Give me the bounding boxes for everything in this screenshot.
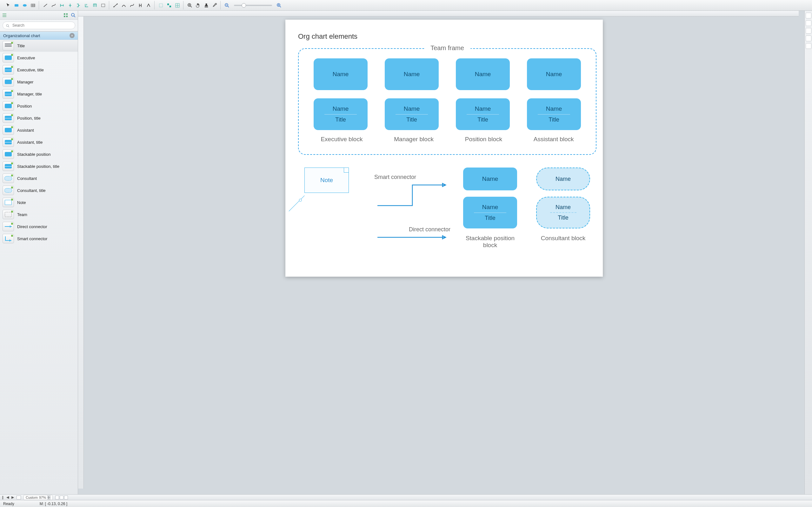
right-panel-button[interactable] xyxy=(806,36,811,41)
right-panel-button[interactable] xyxy=(806,43,811,49)
block-name: Name xyxy=(546,71,562,78)
right-panel-button[interactable] xyxy=(806,13,811,18)
prev-page-icon[interactable]: ◀ xyxy=(6,495,9,499)
tree-h-icon[interactable] xyxy=(58,2,66,9)
zoom-value: 97% xyxy=(39,496,46,499)
stencil-thumb-icon xyxy=(3,113,14,123)
branch2-icon[interactable] xyxy=(83,2,91,9)
zoom-prefix: Custom xyxy=(26,496,38,499)
stencil-item[interactable]: Consultant, title xyxy=(0,184,78,196)
view-mode-pager[interactable] xyxy=(55,496,68,499)
line-tool-icon[interactable] xyxy=(42,2,49,9)
zoom-readout[interactable]: Custom 97% ▴▾ xyxy=(23,495,53,500)
block-name: Name xyxy=(333,105,349,112)
stencil-item-label: Manager, title xyxy=(17,92,42,97)
right-panel-button[interactable] xyxy=(806,20,811,26)
zoom-in-icon[interactable] xyxy=(186,2,194,9)
pause-icon[interactable]: ‖ xyxy=(2,495,4,499)
stamp-tool-icon[interactable] xyxy=(203,2,210,9)
assistant-title-block[interactable]: NameTitle xyxy=(527,98,581,130)
connector4-icon[interactable] xyxy=(137,2,144,9)
stackable-title-block[interactable]: NameTitle xyxy=(463,197,517,228)
svg-rect-17 xyxy=(66,15,68,17)
stencil-item[interactable]: Direct connector xyxy=(0,221,78,233)
assistant-block[interactable]: Name xyxy=(527,58,581,90)
note-shape[interactable]: Note xyxy=(305,168,349,193)
table-shape-icon[interactable] xyxy=(29,2,37,9)
svg-rect-14 xyxy=(64,13,65,15)
tree-v-icon[interactable] xyxy=(66,2,74,9)
stencil-item-label: Consultant xyxy=(17,176,37,181)
manager-block[interactable]: Name xyxy=(385,58,439,90)
pointer-tool-icon[interactable] xyxy=(4,2,12,9)
stencil-item[interactable]: Manager, title xyxy=(0,88,78,100)
next-page-icon[interactable]: ▶ xyxy=(11,495,14,499)
layout1-icon[interactable] xyxy=(157,2,165,9)
zoom-out-button-icon[interactable] xyxy=(223,2,231,9)
pan-tool-icon[interactable] xyxy=(194,2,202,9)
stencil-item[interactable]: Note xyxy=(0,196,78,209)
note-tail xyxy=(289,195,320,227)
connector3-icon[interactable] xyxy=(128,2,136,9)
rect-shape-icon[interactable] xyxy=(13,2,20,9)
zoom-in-button-icon[interactable] xyxy=(275,2,283,9)
stencil-item[interactable]: Consultant xyxy=(0,172,78,184)
stencil-item[interactable]: Assistant xyxy=(0,124,78,136)
stencil-item[interactable]: Assistant, title xyxy=(0,136,78,148)
canvas-area[interactable]: Org chart elements Team frame Name Name … xyxy=(78,11,804,494)
block-title: Title xyxy=(406,116,417,123)
connector1-icon[interactable] xyxy=(112,2,119,9)
branch-icon[interactable] xyxy=(74,2,82,9)
text-tool-icon[interactable] xyxy=(99,2,107,9)
stencil-item[interactable]: Team xyxy=(0,209,78,221)
close-icon[interactable]: × xyxy=(69,33,74,38)
stencil-item-label: Position xyxy=(17,104,32,109)
stencil-thumb-icon xyxy=(3,210,14,219)
layout3-icon[interactable] xyxy=(174,2,181,9)
position-block[interactable]: Name xyxy=(456,58,510,90)
executive-title-block[interactable]: NameTitle xyxy=(314,98,368,130)
stackable-block[interactable]: Name xyxy=(463,168,517,190)
curve-tool-icon[interactable] xyxy=(50,2,57,9)
stencil-item[interactable]: Position, title xyxy=(0,112,78,124)
page[interactable]: Org chart elements Team frame Name Name … xyxy=(285,20,603,277)
zoom-slider[interactable] xyxy=(234,5,272,6)
stencil-thumb-icon xyxy=(3,222,14,231)
mouse-coords: [ -0.13, 0.26 ] xyxy=(45,502,67,506)
position-title-block[interactable]: NameTitle xyxy=(456,98,510,130)
consultant-title-block[interactable]: NameTitle xyxy=(536,197,590,228)
stencil-item[interactable]: Smart connector xyxy=(0,233,78,245)
block-name: Name xyxy=(482,175,498,182)
executive-block[interactable]: Name xyxy=(314,58,368,90)
sidebar-tree-icon[interactable] xyxy=(1,12,8,18)
page-thumb[interactable] xyxy=(16,496,21,499)
sidebar-search-tab-icon[interactable] xyxy=(70,12,76,18)
stencil-item[interactable]: Stackable position, title xyxy=(0,160,78,172)
stencil-thumb-icon xyxy=(3,77,14,87)
ellipse-shape-icon[interactable] xyxy=(21,2,29,9)
stencil-item[interactable]: Position xyxy=(0,100,78,112)
branch3-icon[interactable] xyxy=(91,2,99,9)
svg-rect-11 xyxy=(205,6,208,7)
stencil-section-header[interactable]: Organizational chart × xyxy=(0,32,78,40)
right-panel-button[interactable] xyxy=(806,28,811,34)
stencil-item[interactable]: Executive, title xyxy=(0,64,78,76)
connector2-icon[interactable] xyxy=(120,2,127,9)
team-frame[interactable]: Team frame Name Name Name Name NameTitle… xyxy=(298,48,596,155)
stencil-item-label: Stackable position, title xyxy=(17,164,59,169)
consultant-block[interactable]: Name xyxy=(536,168,590,190)
zoom-stepper[interactable]: ▴▾ xyxy=(47,496,50,499)
layout2-icon[interactable] xyxy=(165,2,173,9)
stencil-item[interactable]: Title xyxy=(0,40,78,52)
manager-title-block[interactable]: NameTitle xyxy=(385,98,439,130)
search-input[interactable] xyxy=(3,21,75,29)
eyedropper-icon[interactable] xyxy=(211,2,218,9)
stencil-item[interactable]: Manager xyxy=(0,76,78,88)
status-bar: Ready M: [ -0.13, 0.26 ] xyxy=(0,500,812,507)
connector5-icon[interactable] xyxy=(145,2,152,9)
sidebar-grid-icon[interactable] xyxy=(62,12,69,18)
stencil-item[interactable]: Stackable position xyxy=(0,148,78,160)
smart-connector[interactable] xyxy=(374,182,450,207)
direct-connector[interactable] xyxy=(374,234,450,240)
stencil-item[interactable]: Executive xyxy=(0,52,78,64)
